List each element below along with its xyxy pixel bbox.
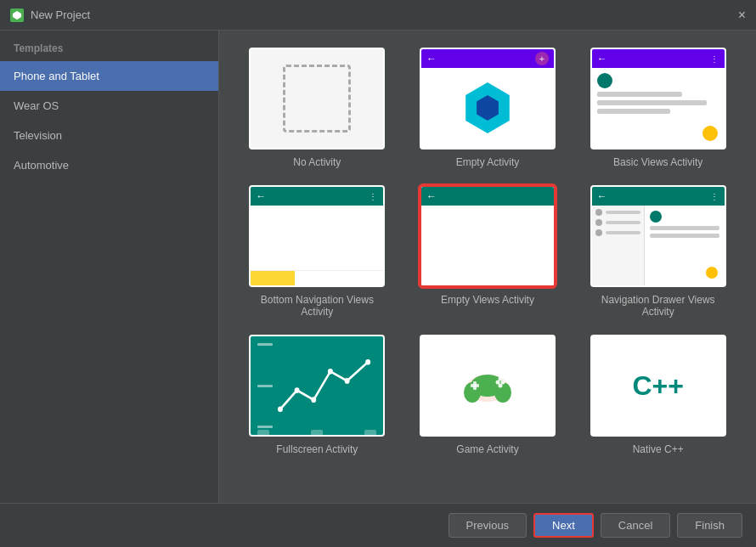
- svg-point-15: [498, 376, 502, 381]
- sidebar: Templates Phone and Tablet Wear OS Telev…: [0, 31, 219, 503]
- dashed-placeholder: [283, 65, 351, 133]
- template-game[interactable]: Game Activity: [415, 335, 561, 455]
- content-area: Templates Phone and Tablet Wear OS Telev…: [0, 31, 756, 503]
- chart-area: [251, 336, 383, 435]
- bv-line-1: [597, 92, 683, 97]
- bnav-item-3: [339, 271, 383, 285]
- template-bottom-nav[interactable]: ← ⋮ Bottom Nav: [245, 185, 390, 318]
- back-arrow: ←: [426, 53, 437, 65]
- dots-bv: ⋮: [710, 54, 719, 64]
- template-label-bottom-nav: Bottom Navigation Views Activity: [245, 294, 390, 318]
- nd-circle-1: [595, 209, 602, 216]
- basic-views-preview: ← ⋮: [592, 49, 725, 148]
- nd-main-line-1: [650, 226, 719, 230]
- svg-point-4: [328, 369, 333, 375]
- bottom-nav-preview: ← ⋮: [251, 187, 383, 285]
- bv-fab: [702, 126, 718, 141]
- y-tick: [257, 385, 273, 387]
- svg-point-2: [295, 387, 300, 393]
- templates-grid: No Activity ← +: [219, 31, 756, 503]
- cancel-button[interactable]: Cancel: [601, 513, 670, 538]
- nav-drawer-side: [592, 206, 645, 285]
- previous-button[interactable]: Previous: [449, 513, 528, 538]
- nd-row-2: [595, 219, 640, 226]
- nd-row-3: [595, 229, 640, 236]
- sidebar-item-phone-tablet[interactable]: Phone and Tablet: [0, 61, 218, 91]
- nd-row-1: [595, 209, 640, 216]
- nav-drawer-inner: [592, 206, 725, 285]
- y-tick: [257, 343, 273, 346]
- empty-views-bar: ←: [421, 187, 554, 206]
- finish-button[interactable]: Finish: [677, 513, 742, 538]
- template-label-nav-drawer: Navigation Drawer Views Activity: [585, 294, 731, 318]
- back-arrow-bn: ←: [256, 190, 266, 202]
- back-arrow-bv: ←: [597, 53, 607, 65]
- template-basic-views[interactable]: ← ⋮: [585, 48, 731, 168]
- bnav-item-2: [295, 271, 339, 285]
- template-nav-drawer[interactable]: ← ⋮: [585, 185, 731, 318]
- nd-circle-2: [595, 219, 602, 226]
- chart-y-axis: [257, 343, 274, 428]
- sidebar-item-television[interactable]: Television: [0, 121, 218, 150]
- template-thumb-basic-views: ← ⋮: [590, 48, 726, 149]
- bv-circle: [597, 73, 612, 88]
- template-thumb-game: [420, 335, 556, 437]
- template-thumb-bottom-nav: ← ⋮: [249, 185, 385, 287]
- template-label-game: Game Activity: [456, 443, 518, 455]
- nav-drawer-body: [592, 206, 725, 285]
- chart-grid: [257, 343, 376, 428]
- gamepad-svg: [462, 367, 513, 405]
- svg-point-1: [278, 406, 283, 412]
- bottom-nav-bar-top: ← ⋮: [251, 187, 383, 206]
- x-label: [311, 430, 323, 435]
- hex-logo: [462, 82, 513, 133]
- empty-views-preview: ←: [421, 187, 554, 285]
- nd-line-1: [606, 211, 640, 214]
- title-bar-left: New Project: [10, 8, 90, 22]
- svg-point-14: [500, 380, 505, 384]
- nd-main-line-2: [650, 234, 719, 238]
- nav-drawer-preview: ← ⋮: [592, 187, 725, 285]
- nd-circle-3: [595, 229, 602, 236]
- template-thumb-native-cpp: C++: [590, 335, 726, 437]
- nd-dot: [650, 211, 662, 223]
- svg-point-3: [312, 397, 317, 403]
- dots-nd: ⋮: [710, 192, 719, 201]
- chart-x-labels: [257, 430, 376, 435]
- empty-activity-preview: ← +: [421, 49, 554, 148]
- sidebar-item-wear-os[interactable]: Wear OS: [0, 91, 218, 121]
- chart-svg: [276, 343, 376, 428]
- app-icon: [10, 8, 24, 22]
- bottom-nav-body: [251, 206, 383, 285]
- svg-marker-0: [13, 11, 21, 20]
- sidebar-item-automotive[interactable]: Automotive: [0, 150, 218, 180]
- hex-inner: [475, 95, 500, 121]
- bv-line-3: [597, 109, 670, 114]
- title-bar: New Project ×: [0, 0, 756, 31]
- template-empty-views[interactable]: ← Empty Views Activity: [415, 185, 561, 318]
- no-activity-preview: [251, 49, 383, 148]
- empty-views-body: [421, 206, 554, 285]
- template-label-no-activity: No Activity: [293, 156, 341, 168]
- dialog-title: New Project: [31, 8, 90, 21]
- template-label-native-cpp: Native C++: [633, 443, 684, 455]
- back-arrow-nd: ←: [597, 190, 607, 202]
- bnav-item-1: [251, 271, 295, 285]
- template-native-cpp[interactable]: C++ Native C++: [585, 335, 731, 455]
- y-tick: [257, 426, 273, 428]
- close-button[interactable]: ×: [738, 8, 746, 22]
- sidebar-section-label: Templates: [0, 31, 218, 61]
- template-thumb-no-activity: [249, 48, 385, 149]
- template-fullscreen[interactable]: Fullscreen Activity: [245, 335, 390, 455]
- footer: Previous Next Cancel Finish: [0, 503, 756, 547]
- template-label-basic-views: Basic Views Activity: [613, 156, 702, 168]
- basic-views-body: [592, 68, 725, 148]
- template-empty-activity[interactable]: ← + Empty Activity: [415, 48, 561, 168]
- plus-button: +: [535, 52, 549, 65]
- x-label: [257, 430, 269, 435]
- template-no-activity[interactable]: No Activity: [245, 48, 390, 168]
- template-label-empty-activity: Empty Activity: [456, 156, 520, 168]
- empty-activity-bar: ← +: [421, 49, 554, 68]
- next-button[interactable]: Next: [533, 513, 594, 538]
- x-label: [364, 430, 376, 435]
